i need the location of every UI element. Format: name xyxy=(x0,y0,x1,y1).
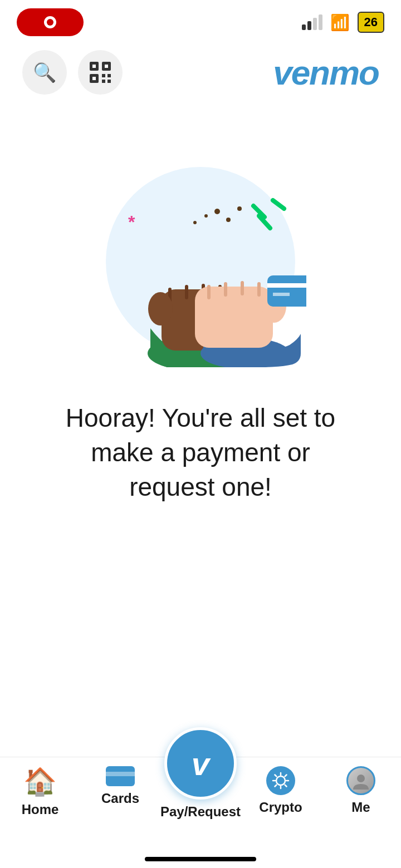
svg-point-15 xyxy=(193,221,197,224)
svg-rect-8 xyxy=(102,80,105,83)
cards-icon xyxy=(106,766,135,786)
battery-indicator: 26 xyxy=(358,12,384,33)
svg-rect-6 xyxy=(102,74,105,77)
signal-bar-4 xyxy=(319,14,322,30)
bottom-nav: 🏠 Home Cards v Pay/Request Crypto xyxy=(0,757,401,868)
nav-label-cards: Cards xyxy=(101,791,139,806)
search-button[interactable]: 🔍 xyxy=(22,50,67,95)
header-icons: 🔍 xyxy=(22,50,123,95)
nav-label-pay-request: Pay/Request xyxy=(160,804,241,820)
svg-rect-7 xyxy=(107,74,111,77)
venmo-logo: venmo xyxy=(273,53,379,92)
nav-item-cards[interactable]: Cards xyxy=(80,766,160,806)
status-bar-right: 📶 26 xyxy=(302,12,384,33)
svg-point-13 xyxy=(204,214,208,218)
svg-rect-5 xyxy=(92,77,96,80)
nav-item-pay-request[interactable]: v Pay/Request xyxy=(160,727,241,820)
nav-item-crypto[interactable]: Crypto xyxy=(241,766,321,815)
signal-bar-2 xyxy=(307,21,311,30)
signal-bar-1 xyxy=(302,24,306,30)
nav-item-me[interactable]: Me xyxy=(321,766,401,815)
home-icon: 🏠 xyxy=(23,766,57,797)
wifi-icon: 📶 xyxy=(330,13,350,32)
illustration: * xyxy=(95,156,306,367)
crypto-gear-icon xyxy=(272,772,290,790)
crypto-icon xyxy=(266,766,295,795)
nav-label-me: Me xyxy=(351,800,370,815)
svg-point-36 xyxy=(357,775,365,782)
venmo-v-icon: v xyxy=(192,745,209,782)
svg-rect-32 xyxy=(267,275,306,307)
me-avatar xyxy=(346,766,375,795)
status-bar: 📶 26 xyxy=(0,0,401,45)
nav-label-home: Home xyxy=(22,802,59,817)
qr-code-button[interactable] xyxy=(78,50,123,95)
home-indicator xyxy=(145,857,256,861)
svg-point-11 xyxy=(214,209,220,214)
hooray-message: Hooray! You're all set to make a payment… xyxy=(56,401,345,504)
svg-point-22 xyxy=(148,292,173,326)
avatar-icon xyxy=(351,771,371,791)
signal-bars-icon xyxy=(302,14,322,30)
svg-rect-25 xyxy=(195,287,273,348)
svg-text:*: * xyxy=(128,212,135,232)
svg-rect-3 xyxy=(105,65,108,68)
svg-rect-9 xyxy=(107,80,111,83)
status-bar-left xyxy=(17,8,84,36)
qr-code-icon xyxy=(90,62,111,83)
nav-item-home[interactable]: 🏠 Home xyxy=(0,766,80,817)
recording-dot xyxy=(44,16,56,28)
search-icon: 🔍 xyxy=(33,61,56,83)
signal-bar-3 xyxy=(313,18,317,30)
svg-point-12 xyxy=(226,218,231,222)
nav-label-crypto: Crypto xyxy=(259,800,302,815)
fist-bump-illustration: * xyxy=(95,156,306,367)
main-content: * xyxy=(0,100,401,526)
recording-pill xyxy=(17,8,84,36)
pay-request-button[interactable]: v xyxy=(164,727,237,800)
svg-rect-1 xyxy=(92,65,96,68)
header: 🔍 venmo xyxy=(0,45,401,100)
svg-point-35 xyxy=(276,776,285,785)
svg-point-14 xyxy=(237,206,242,211)
